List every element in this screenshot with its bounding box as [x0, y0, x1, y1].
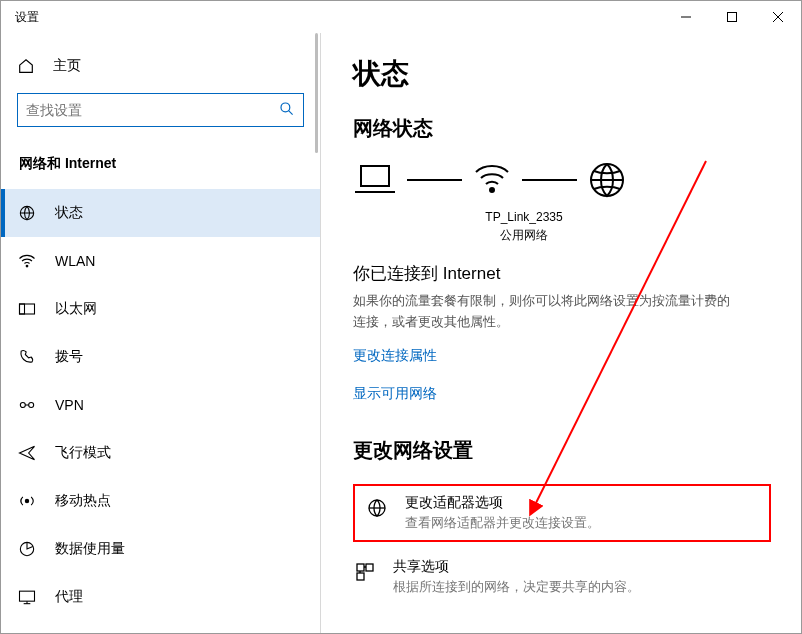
sidebar-scrollbar[interactable]: [315, 33, 318, 153]
svg-point-12: [29, 403, 34, 408]
proxy-icon: [17, 587, 37, 607]
main-content: 状态 网络状态 TP_Link_2335 公用网络 你已连接到 Internet…: [321, 33, 801, 633]
hotspot-icon: [17, 491, 37, 511]
sidebar-item-label: 数据使用量: [55, 540, 125, 558]
search-input[interactable]: [26, 102, 279, 118]
sidebar-item-vpn[interactable]: VPN: [1, 381, 320, 429]
page-title: 状态: [353, 55, 771, 93]
dialup-icon: [17, 347, 37, 367]
diagram-caption: TP_Link_2335 公用网络: [459, 208, 589, 244]
close-icon: [773, 12, 783, 22]
sidebar-item-label: WLAN: [55, 253, 95, 269]
sidebar-item-hotspot[interactable]: 移动热点: [1, 477, 320, 525]
svg-rect-10: [20, 304, 25, 314]
option-title: 更改适配器选项: [405, 494, 759, 512]
network-type-label: 公用网络: [459, 226, 589, 244]
option-title: 共享选项: [393, 558, 771, 576]
svg-rect-27: [366, 564, 373, 571]
svg-point-14: [25, 499, 28, 502]
connected-title: 你已连接到 Internet: [353, 262, 771, 285]
laptop-icon: [353, 162, 397, 198]
svg-point-21: [490, 188, 494, 192]
show-available-networks-link[interactable]: 显示可用网络: [353, 385, 771, 403]
sidebar-item-label: 飞行模式: [55, 444, 111, 462]
option-desc: 根据所连接到的网络，决定要共享的内容。: [393, 578, 771, 596]
title-bar: 设置: [1, 1, 801, 33]
sidebar-item-wlan[interactable]: WLAN: [1, 237, 320, 285]
window-controls: [663, 1, 801, 33]
svg-point-4: [281, 103, 290, 112]
data-usage-icon: [17, 539, 37, 559]
maximize-icon: [727, 12, 737, 22]
option-adapter[interactable]: 更改适配器选项 查看网络适配器并更改连接设置。: [365, 492, 759, 534]
option-sharing[interactable]: 共享选项 根据所连接到的网络，决定要共享的内容。: [353, 556, 771, 598]
sidebar-item-label: 状态: [55, 204, 83, 222]
svg-rect-9: [20, 304, 35, 314]
wifi-icon: [17, 251, 37, 271]
close-button[interactable]: [755, 1, 801, 33]
network-diagram: [353, 160, 771, 200]
adapter-options-icon: [365, 494, 391, 532]
sharing-options-icon: [353, 558, 379, 596]
annotation-highlight: 更改适配器选项 查看网络适配器并更改连接设置。: [353, 484, 771, 542]
minimize-button[interactable]: [663, 1, 709, 33]
wifi-router-icon: [472, 162, 512, 198]
wifi-ssid: TP_Link_2335: [459, 208, 589, 226]
sidebar-item-proxy[interactable]: 代理: [1, 573, 320, 621]
airplane-icon: [17, 443, 37, 463]
search-box[interactable]: [17, 93, 304, 127]
window-title: 设置: [15, 9, 663, 26]
sidebar-item-status[interactable]: 状态: [1, 189, 320, 237]
sidebar-item-dialup[interactable]: 拨号: [1, 333, 320, 381]
svg-point-11: [20, 403, 25, 408]
home-icon: [17, 57, 35, 75]
sidebar-item-ethernet[interactable]: 以太网: [1, 285, 320, 333]
svg-rect-16: [20, 591, 35, 601]
svg-rect-19: [361, 166, 389, 186]
svg-rect-28: [357, 573, 364, 580]
sidebar: 主页 网络和 Internet 状态 WLAN: [1, 33, 321, 633]
search-icon: [279, 101, 295, 120]
status-icon: [17, 203, 37, 223]
sidebar-section-header: 网络和 Internet: [1, 145, 320, 189]
sidebar-item-label: 拨号: [55, 348, 83, 366]
sidebar-item-data[interactable]: 数据使用量: [1, 525, 320, 573]
option-desc: 查看网络适配器并更改连接设置。: [405, 514, 759, 532]
sidebar-item-label: 以太网: [55, 300, 97, 318]
diagram-connector: [522, 179, 577, 181]
sidebar-item-airplane[interactable]: 飞行模式: [1, 429, 320, 477]
maximize-button[interactable]: [709, 1, 755, 33]
ethernet-icon: [17, 299, 37, 319]
diagram-connector: [407, 179, 462, 181]
svg-line-5: [289, 110, 293, 114]
network-state-header: 网络状态: [353, 115, 771, 142]
globe-icon: [587, 160, 627, 200]
vpn-icon: [17, 395, 37, 415]
sidebar-home[interactable]: 主页: [1, 45, 320, 93]
sidebar-item-label: 移动热点: [55, 492, 111, 510]
home-label: 主页: [53, 57, 81, 75]
svg-rect-1: [728, 13, 737, 22]
svg-rect-26: [357, 564, 364, 571]
svg-point-8: [26, 265, 28, 267]
sidebar-item-label: VPN: [55, 397, 84, 413]
sidebar-item-label: 代理: [55, 588, 83, 606]
connected-desc: 如果你的流量套餐有限制，则你可以将此网络设置为按流量计费的连接，或者更改其他属性…: [353, 291, 733, 333]
change-connection-props-link[interactable]: 更改连接属性: [353, 347, 771, 365]
minimize-icon: [681, 12, 691, 22]
change-network-settings-header: 更改网络设置: [353, 437, 771, 464]
